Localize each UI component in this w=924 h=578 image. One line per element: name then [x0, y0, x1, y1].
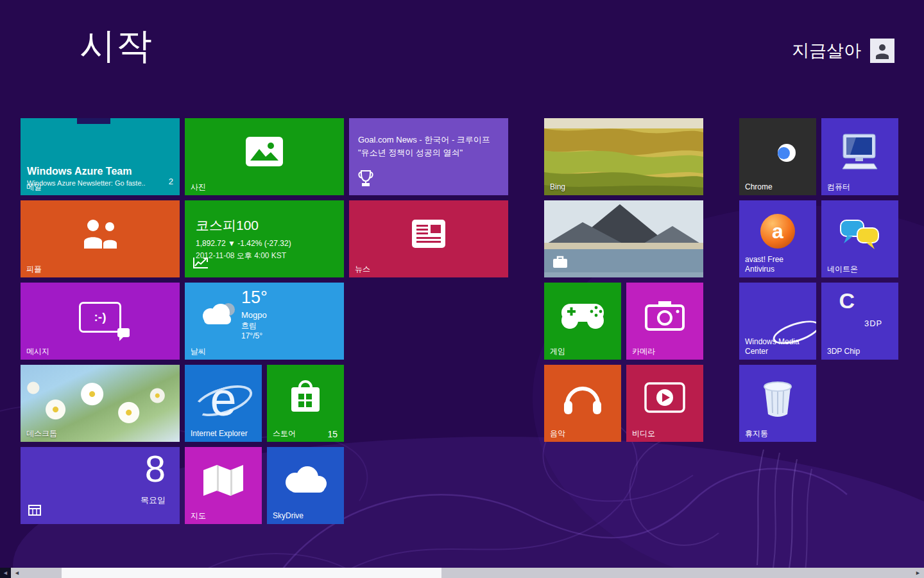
tile-desktop[interactable]: 데스크톱: [21, 365, 180, 442]
tile-label: 사진: [191, 182, 338, 193]
scroll-right-button[interactable]: ►: [912, 568, 924, 578]
tile-maps[interactable]: 지도: [185, 447, 262, 524]
calendar-day: 8: [145, 447, 166, 490]
tile-store[interactable]: 스토어 15: [267, 365, 344, 442]
tile-label: 메시지: [26, 347, 173, 357]
cloud-icon: [196, 301, 239, 330]
weather-condition: 흐림: [241, 321, 268, 331]
sports-headline-line2: "유소년 정책이 성공의 열쇠": [358, 146, 499, 159]
camera-icon: [644, 300, 685, 335]
scrollbar-track[interactable]: [23, 568, 912, 578]
tile-label: Windows Media Center: [745, 337, 810, 357]
tile-chrome[interactable]: Chrome: [739, 118, 816, 195]
stock-chart-icon: [193, 256, 209, 272]
user-avatar: [870, 39, 894, 63]
3dp-logo-text: 3DP: [864, 319, 882, 328]
scroll-left-button[interactable]: ◄: [11, 568, 23, 578]
tile-photos[interactable]: 사진: [185, 118, 344, 195]
tile-news[interactable]: 뉴스: [349, 200, 508, 277]
tile-windows-media-center[interactable]: Windows Media Center: [739, 283, 816, 360]
user-name: 지금살아: [792, 39, 861, 62]
weather-temperature: 15°: [241, 286, 268, 309]
tile-label: 비디오: [632, 429, 697, 439]
tile-bing[interactable]: Bing: [544, 118, 703, 195]
tile-label: 날씨: [191, 347, 338, 357]
3dp-logo-letter: C: [839, 288, 855, 313]
nateon-bubbles-icon: [839, 217, 880, 253]
live-tile-peek-bar: [77, 118, 110, 124]
avast-letter: a: [772, 221, 783, 241]
tile-label: SkyDrive: [273, 511, 338, 521]
finance-index-name: 코스피100: [196, 216, 344, 234]
tile-label: Internet Explorer: [191, 429, 255, 439]
tile-label: 메일: [26, 182, 173, 193]
page-title: 시작: [80, 22, 153, 71]
tile-3dp-chip[interactable]: 3DP C 3DP Chip: [821, 283, 898, 360]
scroll-right-icon: ►: [915, 570, 921, 576]
photo-icon: [245, 136, 284, 170]
tile-messaging[interactable]: :-) 메시지: [21, 283, 180, 360]
chat-bubble-icon: :-): [79, 302, 121, 333]
tile-computer[interactable]: 컴퓨터: [821, 118, 898, 195]
recycle-bin-icon: [760, 378, 796, 421]
tile-label: 카메라: [632, 347, 697, 357]
tile-label: 음악: [550, 429, 615, 439]
folded-map-icon: [202, 462, 244, 501]
tile-camera[interactable]: 카메라: [626, 283, 703, 360]
finance-live-content: 코스피100 1,892.72 ▼ -1.42% (-27.32) 2012-1…: [185, 200, 344, 261]
finance-timestamp: 2012-11-08 오후 4:00 KST: [196, 250, 344, 261]
internet-explorer-icon: e: [194, 374, 252, 425]
scroll-left-icon: ◄: [3, 570, 8, 576]
tile-avast[interactable]: a avast! Free Antivirus: [739, 200, 816, 277]
horizontal-scrollbar[interactable]: ◄ ◄ ►: [0, 568, 924, 578]
suitcase-icon: [552, 255, 569, 272]
tile-label: 게임: [550, 347, 615, 357]
tile-label: 피플: [26, 265, 173, 275]
tile-label: 지도: [191, 511, 255, 521]
tile-group-right: Chrome 컴퓨터 a avast! Free Antivirus: [739, 118, 898, 442]
tile-label: avast! Free Antivirus: [745, 255, 810, 275]
tile-recycle-bin[interactable]: 휴지통: [739, 365, 816, 442]
store-update-badge: 15: [327, 429, 338, 439]
store-bag-icon: [286, 377, 325, 417]
start-screen: 시작 지금살아 Windows Azure Team Windows Azure…: [0, 0, 924, 578]
sports-headline: Goal.com News - 한국어 - 크루이프 "유소년 정책이 성공의 …: [349, 118, 508, 159]
tile-video[interactable]: 비디오: [626, 365, 703, 442]
emoticon-text: :-): [94, 310, 107, 324]
tile-internet-explorer[interactable]: e Internet Explorer: [185, 365, 262, 442]
sports-headline-line1: Goal.com News - 한국어 - 크루이프: [358, 134, 499, 146]
weather-high-low: 17°/5°: [241, 331, 268, 342]
tile-nateon[interactable]: 네이트온: [821, 200, 898, 277]
tile-label: 컴퓨터: [827, 182, 892, 193]
tile-label: 3DP Chip: [827, 347, 892, 357]
tile-music[interactable]: 음악: [544, 365, 621, 442]
finance-change: ▼ -1.42% (-27.32): [228, 239, 291, 248]
trophy-icon: [357, 169, 375, 189]
calendar-weekday: 목요일: [141, 495, 166, 506]
person-icon: [874, 42, 891, 59]
weather-city: Mogpo: [241, 310, 268, 321]
tile-travel[interactable]: [544, 200, 703, 277]
tile-people[interactable]: 피플: [21, 200, 180, 277]
scroll-left-corner-button[interactable]: ◄: [0, 568, 11, 578]
small-bubble-icon: [117, 328, 130, 337]
user-menu[interactable]: 지금살아: [792, 39, 894, 63]
tile-label: 네이트온: [827, 265, 892, 275]
newspaper-icon: [411, 218, 447, 252]
mail-sender: Windows Azure Team: [27, 166, 163, 177]
tile-games[interactable]: 게임: [544, 283, 621, 360]
finance-quote: 1,892.72 ▼ -1.42% (-27.32): [196, 239, 344, 248]
tile-calendar[interactable]: 8 목요일: [21, 447, 180, 524]
tile-weather[interactable]: 15° Mogpo 흐림 17°/5° 날씨: [185, 283, 344, 360]
game-controller-icon: [559, 300, 606, 335]
computer-icon: [839, 133, 880, 173]
scrollbar-thumb[interactable]: [62, 568, 441, 578]
skydrive-cloud-icon: [278, 464, 332, 499]
tile-skydrive[interactable]: SkyDrive: [267, 447, 344, 524]
tile-finance[interactable]: 코스피100 1,892.72 ▼ -1.42% (-27.32) 2012-1…: [185, 200, 344, 277]
calendar-icon: [28, 505, 41, 518]
tile-mail[interactable]: Windows Azure Team Windows Azure Newslet…: [21, 118, 180, 195]
tile-label: 뉴스: [355, 265, 502, 275]
tile-sports-news[interactable]: Goal.com News - 한국어 - 크루이프 "유소년 정책이 성공의 …: [349, 118, 508, 195]
video-player-icon: [644, 382, 685, 417]
